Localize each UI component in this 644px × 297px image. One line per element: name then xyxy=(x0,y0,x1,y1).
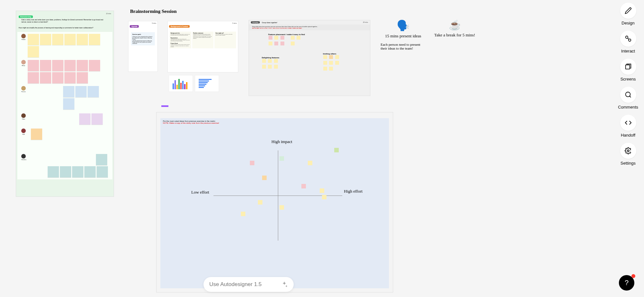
sticky-note[interactable] xyxy=(77,72,88,83)
sticky-note[interactable] xyxy=(262,65,266,69)
sticky-note[interactable] xyxy=(97,166,108,177)
sticky-note[interactable] xyxy=(52,72,63,83)
sticky-note[interactable] xyxy=(31,129,42,140)
sticky-note[interactable] xyxy=(308,161,312,165)
sticky-note[interactable] xyxy=(262,59,266,63)
background-board[interactable]: Background & Context 5 mins Background i… xyxy=(167,21,238,72)
sticky-note[interactable] xyxy=(335,55,339,59)
sticky-row[interactable] xyxy=(79,113,103,125)
sticky-note[interactable] xyxy=(274,36,278,40)
sticky-note[interactable] xyxy=(64,34,76,45)
sticky-note[interactable] xyxy=(301,184,306,188)
interact-tool[interactable]: Interact xyxy=(620,31,636,53)
sticky-note[interactable] xyxy=(323,67,327,71)
sticky-note[interactable] xyxy=(77,34,88,45)
sticky-note[interactable] xyxy=(258,200,262,205)
sticky-note[interactable] xyxy=(88,86,99,97)
sticky-note[interactable] xyxy=(274,59,278,63)
screens-icon xyxy=(620,59,636,75)
sticky-note[interactable] xyxy=(52,60,63,71)
sticky-note[interactable] xyxy=(28,72,39,83)
svg-rect-10 xyxy=(199,82,208,83)
sticky-row[interactable] xyxy=(28,34,109,57)
sticky-note[interactable] xyxy=(291,36,295,40)
prompt-input[interactable] xyxy=(209,281,281,288)
sparkle-icon[interactable] xyxy=(281,281,288,288)
sticky-note[interactable] xyxy=(72,166,83,177)
matrix-board[interactable]: Put the most voted ideas from previous e… xyxy=(156,112,393,292)
sticky-note[interactable] xyxy=(84,166,96,177)
brainstorming-board[interactable]: Brainstorming 10 mins Grab a sticky note… xyxy=(16,11,114,197)
sticky-note[interactable] xyxy=(91,113,103,125)
sticky-note[interactable] xyxy=(320,188,324,193)
sticky-note[interactable] xyxy=(75,86,87,97)
sticky-note[interactable] xyxy=(274,42,278,45)
sticky-note[interactable] xyxy=(77,60,88,71)
settings-tool[interactable]: Settings xyxy=(620,143,636,166)
sticky-note[interactable] xyxy=(322,195,327,199)
sticky-note[interactable] xyxy=(89,34,100,45)
sticky-note[interactable] xyxy=(297,36,300,40)
sticky-note[interactable] xyxy=(323,61,327,65)
canvas[interactable]: Brainstorming Session Brainstorming 10 m… xyxy=(0,0,644,297)
sticky-note[interactable] xyxy=(262,176,267,180)
comments-tool[interactable]: Comments xyxy=(618,87,638,110)
background-badge: Background & Context xyxy=(169,25,190,28)
horizontal-chart-thumb[interactable] xyxy=(195,75,219,92)
sticky-note[interactable] xyxy=(269,36,272,40)
sticky-note[interactable] xyxy=(279,156,284,161)
person-row: Clara xyxy=(19,113,111,125)
autodesigner-prompt[interactable] xyxy=(204,277,294,292)
sticky-note[interactable] xyxy=(40,34,51,45)
sticky-note[interactable] xyxy=(329,67,333,71)
svg-rect-2 xyxy=(176,85,178,89)
sticky-row[interactable] xyxy=(48,154,109,177)
sticky-note[interactable] xyxy=(48,166,59,177)
sticky-note[interactable] xyxy=(269,42,272,45)
sticky-row[interactable] xyxy=(28,60,108,83)
sticky-row[interactable] xyxy=(31,129,42,140)
sticky-note[interactable] xyxy=(64,60,76,71)
sticky-note[interactable] xyxy=(268,59,272,63)
sticky-note[interactable] xyxy=(268,65,272,69)
person-row: Patrick xyxy=(19,33,111,58)
person-name: Clara xyxy=(21,118,26,120)
sticky-note[interactable] xyxy=(28,60,39,71)
sticky-note[interactable] xyxy=(280,36,284,40)
screens-tool[interactable]: Screens xyxy=(620,59,636,81)
sticky-note[interactable] xyxy=(79,113,90,125)
sticky-note[interactable] xyxy=(52,34,63,45)
person-name: Ethan xyxy=(21,65,26,66)
sticky-note[interactable] xyxy=(280,42,284,45)
sticky-note[interactable] xyxy=(28,34,39,45)
sticky-note[interactable] xyxy=(28,46,39,57)
sticky-note[interactable] xyxy=(279,205,284,210)
selection-handle[interactable] xyxy=(161,105,168,107)
grouping-board[interactable]: Grouping Group ideas together! 20 mins D… xyxy=(249,20,370,96)
sticky-note[interactable] xyxy=(64,72,76,83)
design-tool[interactable]: Design xyxy=(620,3,636,25)
handoff-tool[interactable]: Handoff xyxy=(620,115,636,138)
sticky-note[interactable] xyxy=(323,55,327,59)
sticky-note[interactable] xyxy=(250,161,254,165)
sticky-note[interactable] xyxy=(63,86,74,97)
sticky-note[interactable] xyxy=(291,42,295,45)
sticky-note[interactable] xyxy=(40,60,51,71)
sticky-note[interactable] xyxy=(329,55,333,59)
sticky-row[interactable] xyxy=(63,86,109,110)
sticky-note[interactable] xyxy=(241,212,245,216)
help-button[interactable]: ? xyxy=(619,275,634,291)
sticky-note[interactable] xyxy=(96,154,107,165)
bar-chart-thumb[interactable] xyxy=(169,75,193,92)
sticky-note[interactable] xyxy=(334,148,339,152)
pencil-icon xyxy=(620,3,636,19)
sticky-note[interactable] xyxy=(60,166,71,177)
sticky-note[interactable] xyxy=(40,72,51,83)
sticky-note[interactable] xyxy=(329,61,333,65)
sticky-note[interactable] xyxy=(274,65,278,69)
sticky-note[interactable] xyxy=(89,60,100,71)
agenda-board[interactable]: Agenda 5 mins Session goals 1.Give you a… xyxy=(128,21,158,72)
sticky-note[interactable] xyxy=(335,61,339,65)
sticky-note[interactable] xyxy=(63,98,74,110)
bg-info-col: Background info The feature was implemen… xyxy=(170,32,191,48)
